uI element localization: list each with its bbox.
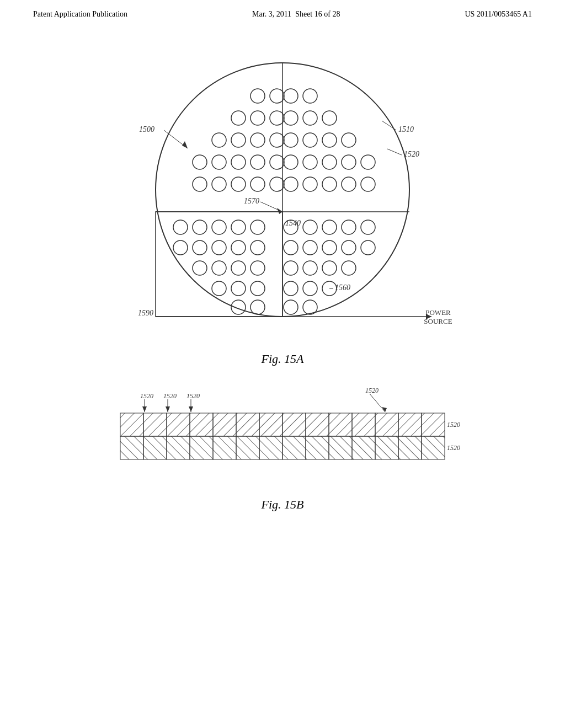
fig15b-label: Fig. 15B	[262, 497, 304, 512]
svg-point-41	[322, 177, 337, 191]
svg-marker-91	[277, 208, 282, 214]
svg-point-7	[270, 89, 284, 103]
svg-point-81	[303, 300, 317, 314]
svg-point-49	[173, 240, 188, 255]
svg-point-54	[193, 261, 207, 275]
svg-point-45	[193, 220, 207, 234]
svg-text:1520: 1520	[365, 387, 379, 394]
svg-point-10	[270, 111, 284, 125]
svg-point-25	[284, 89, 298, 103]
svg-point-51	[212, 240, 226, 255]
svg-line-88	[387, 149, 402, 155]
svg-rect-100	[120, 413, 143, 436]
svg-point-19	[270, 155, 284, 169]
svg-text:1570: 1570	[244, 197, 259, 205]
svg-rect-107	[282, 413, 306, 436]
svg-rect-117	[190, 436, 213, 459]
svg-text:1560: 1560	[335, 283, 350, 292]
svg-rect-119	[236, 436, 259, 459]
svg-rect-125	[375, 436, 398, 459]
svg-point-50	[193, 240, 207, 255]
svg-point-75	[322, 261, 337, 275]
svg-rect-109	[329, 413, 352, 436]
svg-text:1520: 1520	[163, 392, 177, 400]
svg-text:1520: 1520	[447, 444, 460, 452]
svg-point-71	[342, 240, 356, 255]
svg-rect-121	[282, 436, 306, 459]
svg-point-64	[303, 220, 317, 234]
svg-line-86	[382, 121, 396, 130]
svg-rect-103	[190, 413, 213, 436]
svg-point-66	[342, 220, 356, 234]
svg-rect-101	[143, 413, 167, 436]
page-header: Patent Application Publication Mar. 3, 2…	[0, 0, 565, 19]
svg-marker-133	[166, 406, 170, 412]
svg-rect-120	[259, 436, 282, 459]
svg-text:1500: 1500	[139, 125, 154, 133]
svg-rect-127	[422, 436, 445, 459]
svg-point-70	[322, 240, 337, 255]
svg-point-28	[303, 111, 317, 125]
svg-rect-104	[213, 413, 236, 436]
fig15a-diagram: 1500 1510 1520 1570 1540 1560 1590 POWER…	[89, 41, 476, 350]
svg-rect-110	[352, 413, 375, 436]
svg-rect-123	[329, 436, 352, 459]
svg-point-69	[303, 240, 317, 255]
svg-point-57	[250, 261, 265, 275]
svg-point-62	[250, 300, 265, 314]
svg-rect-118	[213, 436, 236, 459]
svg-point-47	[231, 220, 246, 234]
svg-rect-126	[398, 436, 422, 459]
header-middle: Mar. 3, 2011 Sheet 16 of 28	[252, 10, 340, 19]
svg-text:SOURCE: SOURCE	[424, 317, 452, 325]
svg-point-22	[231, 177, 246, 191]
svg-point-65	[322, 220, 337, 234]
svg-rect-108	[306, 413, 329, 436]
svg-point-74	[303, 261, 317, 275]
svg-point-43	[361, 177, 375, 191]
svg-text:1540: 1540	[285, 219, 301, 227]
svg-point-27	[284, 111, 298, 125]
svg-point-52	[231, 240, 246, 255]
svg-rect-106	[259, 413, 282, 436]
svg-text:1590: 1590	[138, 309, 153, 317]
svg-point-29	[322, 111, 337, 125]
svg-point-48	[250, 220, 265, 234]
svg-point-73	[284, 261, 298, 275]
svg-point-17	[231, 155, 246, 169]
svg-marker-84	[182, 141, 188, 148]
svg-rect-115	[143, 436, 167, 459]
svg-point-23	[250, 177, 265, 191]
svg-text:1510: 1510	[398, 125, 414, 133]
svg-rect-105	[236, 413, 259, 436]
svg-point-24	[270, 177, 284, 191]
svg-point-6	[250, 89, 265, 103]
svg-point-60	[250, 281, 265, 296]
svg-point-38	[361, 155, 375, 169]
svg-point-20	[193, 177, 207, 191]
svg-point-21	[212, 177, 226, 191]
svg-point-53	[250, 240, 265, 255]
svg-line-138	[370, 394, 385, 412]
svg-text:1520: 1520	[140, 392, 153, 400]
svg-rect-113	[422, 413, 445, 436]
svg-point-78	[303, 281, 317, 296]
svg-point-56	[231, 261, 246, 275]
header-right: US 2011/0053465 A1	[465, 10, 532, 19]
svg-point-9	[250, 111, 265, 125]
svg-point-67	[361, 220, 375, 234]
svg-point-30	[284, 133, 298, 147]
svg-point-58	[212, 281, 226, 296]
svg-point-36	[322, 155, 337, 169]
svg-text:POWER: POWER	[425, 308, 451, 317]
fig15a-label: Fig. 15A	[262, 352, 304, 366]
svg-point-31	[303, 133, 317, 147]
svg-text:1520: 1520	[404, 150, 419, 158]
svg-marker-136	[189, 406, 193, 412]
svg-point-77	[284, 281, 298, 296]
svg-point-80	[284, 300, 298, 314]
header-left: Patent Application Publication	[33, 10, 127, 19]
svg-point-8	[231, 111, 246, 125]
svg-point-39	[284, 177, 298, 191]
svg-point-72	[361, 240, 375, 255]
